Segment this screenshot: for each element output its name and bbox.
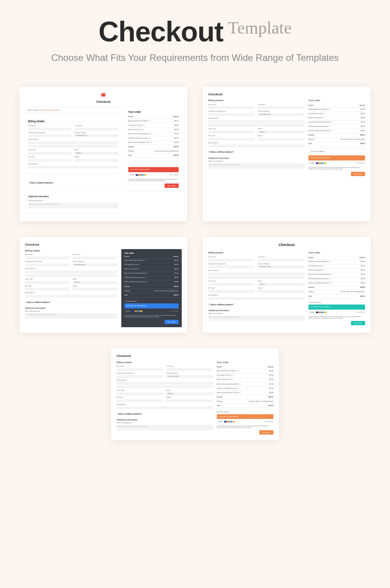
- order-notes-textarea[interactable]: Notes about your order, e.g. special not…: [25, 313, 117, 319]
- billing-heading: Billing details: [25, 249, 117, 252]
- coupon-bar[interactable]: Have a coupon? Click here to enter your …: [25, 107, 121, 113]
- email-input[interactable]: [117, 406, 213, 409]
- template-card-5[interactable]: Checkout Billing details First name * La…: [111, 348, 279, 440]
- company-input[interactable]: [208, 265, 255, 268]
- town-input[interactable]: [208, 283, 255, 286]
- ship-different-checkbox[interactable]: Ship to a different address?: [117, 411, 213, 417]
- company-input[interactable]: [208, 113, 255, 116]
- phone-input[interactable]: [258, 290, 304, 293]
- town-input[interactable]: [208, 131, 255, 134]
- billing-heading: Billing details: [28, 119, 118, 123]
- street-input-2[interactable]: [208, 276, 305, 279]
- country-select[interactable]: United States (US): [258, 265, 304, 268]
- company-input[interactable]: [25, 264, 69, 266]
- company-input[interactable]: [117, 375, 163, 378]
- checkout-title: Checkout: [25, 242, 182, 247]
- first-name-input[interactable]: [208, 106, 255, 109]
- ship-different-checkbox[interactable]: Ship to a different address?: [25, 299, 117, 305]
- state-select[interactable]: California: [258, 131, 304, 134]
- order-notes-textarea[interactable]: Notes about your order, e.g. special not…: [208, 315, 305, 321]
- street-input-2[interactable]: [208, 124, 305, 127]
- phone-input[interactable]: [166, 399, 213, 402]
- checkout-title: Checkout: [208, 92, 365, 96]
- pay-paypal[interactable]: PayPal What is PayPal?: [128, 173, 179, 177]
- street-input-2[interactable]: [25, 274, 117, 277]
- last-name-input[interactable]: [258, 106, 304, 109]
- template-card-4[interactable]: Checkout Billing details First name * La…: [203, 237, 370, 333]
- phone-input[interactable]: [258, 138, 304, 141]
- billing-heading: Billing details: [208, 99, 305, 102]
- pay-cod[interactable]: Pay with cash upon delivery.: [128, 167, 179, 172]
- country-select[interactable]: United States (US): [166, 375, 213, 378]
- street-input-2[interactable]: [117, 385, 213, 388]
- template-card-1[interactable]: Checkout Have a coupon? Click here to en…: [20, 87, 187, 221]
- template-grid: Checkout Have a coupon? Click here to en…: [0, 87, 390, 440]
- pay-cod[interactable]: ● Cash on delivery: [308, 149, 365, 154]
- hero: Checkout Template Choose What Fits Your …: [0, 16, 390, 63]
- town-input[interactable]: [25, 281, 69, 284]
- state-select[interactable]: California: [73, 281, 117, 284]
- ship-different-checkbox[interactable]: Ship to a different address?: [208, 149, 305, 155]
- place-order-button[interactable]: Place order: [165, 320, 179, 324]
- zip-input[interactable]: [25, 288, 69, 290]
- place-order-button[interactable]: Place order: [165, 184, 179, 188]
- checkout-title: Checkout: [208, 242, 365, 248]
- checkout-title: Checkout: [25, 100, 182, 104]
- pay-cod-msg: Pay with cash upon delivery.: [308, 155, 365, 160]
- first-name-input[interactable]: [25, 257, 69, 259]
- order-notes-textarea[interactable]: Notes about your order, e.g. special not…: [28, 203, 118, 208]
- street-input[interactable]: [208, 120, 305, 123]
- order-notes-textarea[interactable]: Notes about your order, e.g. special not…: [117, 425, 213, 430]
- template-card-3[interactable]: Checkout Billing details First name * La…: [20, 237, 187, 333]
- country-select[interactable]: United States (US): [74, 134, 118, 137]
- first-name-input[interactable]: [208, 259, 255, 262]
- town-input[interactable]: [117, 392, 163, 395]
- order-heading: Your order: [124, 252, 179, 255]
- email-input[interactable]: [208, 144, 305, 147]
- pay-paypal[interactable]: PayPal What is PayPal?: [124, 310, 179, 313]
- pay-paypal[interactable]: PayPal What is PayPal?: [217, 420, 273, 424]
- last-name-input[interactable]: [74, 128, 118, 130]
- phone-input[interactable]: [73, 288, 117, 290]
- company-input[interactable]: [28, 134, 71, 137]
- first-name-input[interactable]: [117, 368, 163, 371]
- state-select[interactable]: California: [166, 392, 213, 395]
- coupon-link[interactable]: Click here to enter your code: [39, 109, 59, 111]
- state-select[interactable]: California: [258, 283, 304, 286]
- last-name-input[interactable]: [258, 259, 304, 262]
- street-input-2[interactable]: [28, 145, 118, 148]
- billing-heading: Billing details: [117, 361, 213, 364]
- ship-different-checkbox[interactable]: Ship to a different address?: [28, 180, 118, 186]
- pay-paypal[interactable]: PayPal What is PayPal?: [308, 311, 365, 314]
- street-input[interactable]: [117, 382, 213, 385]
- street-input[interactable]: [28, 141, 118, 144]
- zip-input[interactable]: [28, 159, 71, 162]
- place-order-button[interactable]: Place order: [259, 430, 273, 435]
- zip-input[interactable]: [117, 399, 163, 402]
- place-order-button[interactable]: Place order: [351, 321, 365, 326]
- last-name-input[interactable]: [73, 257, 117, 259]
- ship-different-checkbox[interactable]: Ship to a different address?: [208, 301, 305, 308]
- country-select[interactable]: United States (US): [73, 264, 117, 266]
- last-name-input[interactable]: [166, 368, 213, 371]
- disclaimer: Your personal data will be used to proce…: [308, 167, 365, 170]
- order-notes-textarea[interactable]: Notes about your order, e.g. special not…: [208, 163, 305, 169]
- bag-icon: [100, 92, 106, 98]
- place-order-button[interactable]: Place order: [351, 172, 365, 176]
- country-select[interactable]: United States (US): [258, 113, 304, 116]
- email-input[interactable]: [208, 297, 305, 300]
- street-input[interactable]: [25, 271, 117, 273]
- order-table: ProductSubtotal Mustard Sweatshirt For W…: [128, 115, 179, 158]
- street-input[interactable]: [208, 273, 305, 275]
- zip-input[interactable]: [208, 290, 255, 293]
- email-input[interactable]: [28, 166, 118, 169]
- town-input[interactable]: [28, 152, 71, 155]
- pay-paypal[interactable]: PayPal What is PayPal?: [308, 162, 365, 165]
- template-card-2[interactable]: Checkout Billing details First name * La…: [203, 87, 370, 221]
- phone-input[interactable]: [74, 159, 118, 162]
- zip-input[interactable]: [208, 138, 255, 141]
- order-heading: Your order: [128, 110, 179, 114]
- state-select[interactable]: California: [74, 152, 118, 155]
- email-input[interactable]: [25, 295, 117, 298]
- first-name-input[interactable]: [28, 128, 71, 130]
